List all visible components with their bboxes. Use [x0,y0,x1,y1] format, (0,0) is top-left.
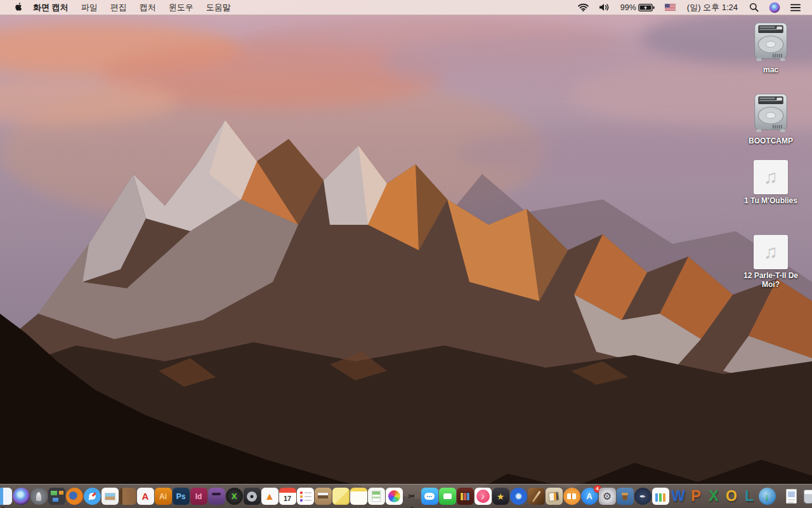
trash-icon [804,490,812,504]
dock-trash[interactable] [801,488,812,505]
toast-icon [212,493,221,495]
printer-utility-icon [318,493,328,498]
dock-illustrator[interactable]: Ai [155,488,172,505]
dock-finder[interactable] [0,488,12,505]
desktop-icons: mac BOOTCAMP ♫ 1 Tu M'Oublies ♫ 12 Parle… [0,0,812,493]
dock-photo-booth[interactable] [457,488,474,505]
notification-center-menu[interactable] [785,0,806,15]
menu-item-2[interactable]: 캡처 [133,2,162,13]
keynote-icon [620,493,629,500]
dock-excel[interactable]: X [705,488,723,505]
dock-app-store[interactable]: A4 [581,488,598,505]
wifi-icon [578,3,589,11]
dock-safari[interactable] [84,488,101,505]
dock-launchpad[interactable] [30,488,48,505]
desktop-icon-drive-0[interactable]: mac [736,22,806,74]
dock-contacts[interactable] [119,488,136,505]
input-source-menu[interactable] [660,0,681,15]
battery-charging-icon [638,4,655,11]
menu-item-4[interactable]: 도움말 [200,2,237,13]
dock-document-file[interactable] [783,488,800,505]
desktop-icon-audio-2[interactable]: ♫ 1 Tu M'Oublies [736,160,806,205]
dock-itunes[interactable]: ♪ [475,488,492,505]
dock-collage-app[interactable] [546,488,563,505]
dock-acrobat-reader[interactable]: A [137,488,154,505]
dock-firefox[interactable] [66,488,83,505]
documents-app-icon [372,491,381,502]
dock-imovie[interactable]: ★ [492,488,509,505]
dock-indesign[interactable]: Id [190,488,207,505]
menu-items: 파일편집캡처윈도우도움말 [75,2,237,13]
outlook-icon: O [726,489,737,504]
dock-mission-control[interactable] [48,488,65,505]
excel-icon: X [709,489,718,504]
dock-grab-screen-capture[interactable]: ✂ [403,488,421,505]
desktop-icon-label: mac [763,65,778,74]
dock-pages[interactable]: ✒ [634,488,652,505]
dock-toast[interactable] [208,488,225,505]
dock-powerpoint[interactable]: P [688,488,705,505]
menu-item-0[interactable]: 파일 [75,2,104,13]
desktop-icon-drive-1[interactable]: BOOTCAMP [736,93,806,145]
dock-fan-utility[interactable] [244,488,261,505]
audio-file-icon: ♫ [754,160,788,194]
dock-reminders[interactable] [297,488,314,505]
apple-menu[interactable] [8,2,27,13]
dock-keynote[interactable] [617,488,634,505]
app-store-icon: A [586,492,592,500]
spotlight-menu[interactable] [744,0,764,15]
photoshop-icon: Ps [176,493,186,500]
dock-dvd-player[interactable] [510,488,527,505]
dock-siri[interactable] [13,488,30,505]
dock-documents-app[interactable] [368,488,385,505]
calendar-icon: 17 [284,495,291,502]
launchpad-icon [36,492,41,501]
volume-icon [599,3,610,11]
dock-outlook[interactable]: O [723,488,740,505]
siri-menu[interactable] [764,0,785,15]
acrobat-reader-icon: A [142,491,149,501]
garageband-icon [532,490,540,502]
menu-item-3[interactable]: 윈도우 [162,2,200,13]
document-file-icon [786,489,797,504]
dock-facetime[interactable] [439,488,456,505]
dock-lync[interactable]: L [741,488,758,505]
wifi-menu[interactable] [573,0,594,15]
dock-messages[interactable]: ••• [421,488,438,505]
desktop-icon-label: BOOTCAMP [749,137,793,145]
desktop-icon-label: 1 Tu M'Oublies [744,196,797,205]
desktop-icon-audio-3[interactable]: ♫ 12 Parle-T-Il De Moi? [736,235,806,289]
dock-calendar[interactable]: 17 [279,488,296,505]
dock-garageband[interactable] [528,488,545,505]
us-flag-icon [665,4,676,11]
menu-bar-clock[interactable]: (일) 오후 1:24 [681,2,744,13]
dock-photoshop[interactable]: Ps [173,488,190,505]
dock-numbers[interactable] [652,488,669,505]
dock-ibooks[interactable] [563,488,580,505]
dock-system-preferences[interactable]: ⚙ [599,488,616,505]
grab-screen-capture-icon: ✂ [409,492,416,500]
list-icon [790,4,801,11]
dock-notes[interactable] [350,488,367,505]
dock-printer-utility[interactable] [315,488,332,505]
lync-icon: L [745,489,754,504]
dock-photos[interactable] [386,488,403,505]
volume-menu[interactable] [594,0,615,15]
dock-word[interactable]: W [670,488,687,505]
download-globe-icon: ↓ [764,491,769,501]
vlc-icon: ▲ [265,491,275,502]
menu-item-1[interactable]: 편집 [104,2,133,13]
dvd-player-icon [516,494,521,498]
dock-preview[interactable] [102,488,119,505]
dock-vlc[interactable]: ▲ [261,488,278,505]
numbers-icon [655,493,665,502]
dock-stickies[interactable] [332,488,350,505]
dock-download-globe[interactable]: ↓ [759,488,776,505]
battery-menu[interactable]: 99% [615,0,660,15]
fan-utility-icon [247,491,257,502]
illustrator-icon: Ai [159,493,167,500]
audio-file-icon: ♫ [754,235,788,269]
desktop-icon-label: 12 Parle-T-Il De Moi? [736,271,806,289]
active-app-name[interactable]: 화면 캡처 [27,2,75,13]
dock-green-x-app[interactable]: X [226,488,243,505]
